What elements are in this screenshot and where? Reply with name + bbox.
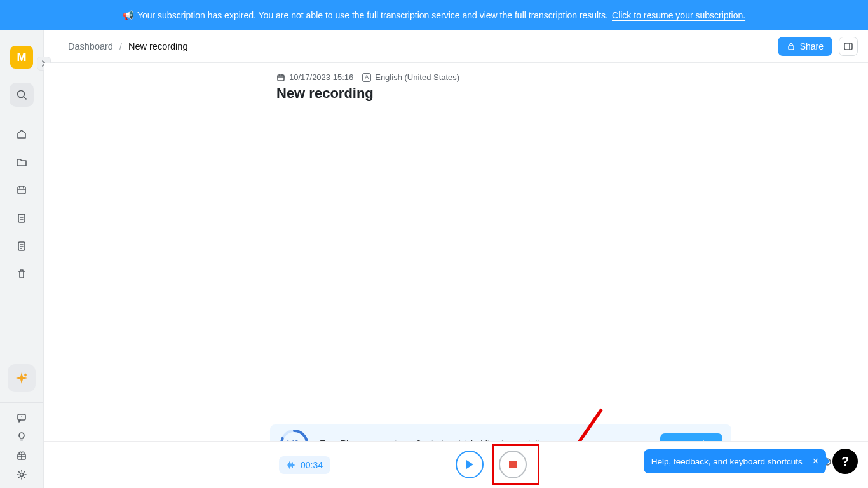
meta-datetime[interactable]: 10/17/2023 15:16 — [276, 72, 353, 82]
content-area: Dashboard / New recording Share 10/17/20… — [44, 30, 868, 488]
trash-icon — [16, 268, 27, 280]
svg-rect-9 — [278, 75, 284, 81]
document-meta: 10/17/2023 15:16 A English (United State… — [276, 72, 459, 82]
stop-icon — [509, 461, 517, 468]
ai-assistant-button[interactable] — [8, 364, 36, 392]
svg-rect-2 — [18, 214, 25, 222]
recording-timer-text: 00:34 — [301, 460, 323, 470]
stop-button[interactable] — [499, 451, 527, 478]
chat-icon — [16, 412, 27, 423]
search-icon — [16, 89, 27, 100]
panel-icon — [843, 41, 853, 51]
svg-rect-1 — [18, 187, 25, 194]
svg-point-6 — [20, 473, 24, 477]
nav-notes[interactable] — [10, 234, 34, 258]
nav-ideas[interactable] — [10, 427, 34, 446]
nav-trash[interactable] — [10, 262, 34, 286]
right-panel-toggle[interactable] — [839, 37, 858, 56]
document-icon — [16, 240, 27, 252]
nav-calendar[interactable] — [10, 178, 34, 202]
breadcrumb-dashboard-link[interactable]: Dashboard — [68, 41, 113, 51]
megaphone-icon: 📢 — [123, 11, 133, 20]
app-logo[interactable]: M — [10, 46, 33, 69]
banner-text: Your subscription has expired. You are n… — [137, 10, 608, 20]
gift-icon — [16, 450, 27, 461]
meta-language[interactable]: A English (United States) — [362, 72, 459, 82]
share-button[interactable]: Share — [778, 37, 832, 56]
clipboard-icon — [16, 212, 27, 224]
svg-rect-8 — [844, 43, 852, 50]
help-tooltip-text: Help, feedback, and keyboard shortcuts — [651, 457, 803, 466]
help-tooltip-close[interactable]: × — [813, 456, 818, 467]
svg-point-0 — [18, 91, 25, 98]
play-button[interactable] — [456, 451, 484, 478]
meta-language-text: English (United States) — [375, 72, 459, 82]
play-icon — [465, 459, 474, 470]
svg-rect-7 — [789, 46, 794, 50]
recording-timer[interactable]: 00:34 — [279, 456, 330, 474]
calendar-icon — [16, 184, 27, 196]
document-title[interactable]: New recording — [276, 85, 374, 102]
nav-folders[interactable] — [10, 150, 34, 174]
subscription-banner: 📢 Your subscription has expired. You are… — [0, 0, 868, 30]
sparkle-icon — [15, 371, 29, 385]
search-button[interactable] — [10, 83, 34, 107]
topbar: Dashboard / New recording Share — [44, 30, 868, 63]
nav-feedback[interactable] — [10, 408, 34, 427]
resume-subscription-link[interactable]: Click to resume your subscription. — [612, 10, 745, 20]
document-page: 10/17/2023 15:16 A English (United State… — [44, 63, 868, 488]
gear-icon — [16, 469, 27, 480]
language-icon: A — [362, 73, 371, 82]
breadcrumb-separator: / — [119, 41, 122, 51]
nav-settings[interactable] — [10, 465, 34, 484]
help-tooltip: Help, feedback, and keyboard shortcuts × — [644, 449, 826, 473]
nav-gift[interactable] — [10, 446, 34, 465]
breadcrumb-current: New recording — [128, 41, 188, 51]
sidebar: M — [0, 30, 44, 488]
help-fab[interactable]: ? — [832, 449, 858, 474]
lightbulb-icon — [16, 431, 27, 442]
nav-home[interactable] — [10, 122, 34, 146]
folder-icon — [16, 156, 27, 168]
calendar-small-icon — [276, 73, 285, 82]
lock-icon — [787, 42, 796, 51]
home-icon — [16, 128, 27, 140]
meta-datetime-text: 10/17/2023 15:16 — [289, 72, 353, 82]
nav-tasks[interactable] — [10, 206, 34, 230]
share-button-label: Share — [800, 41, 824, 51]
breadcrumb: Dashboard / New recording — [68, 41, 187, 51]
waveform-icon — [287, 461, 295, 469]
